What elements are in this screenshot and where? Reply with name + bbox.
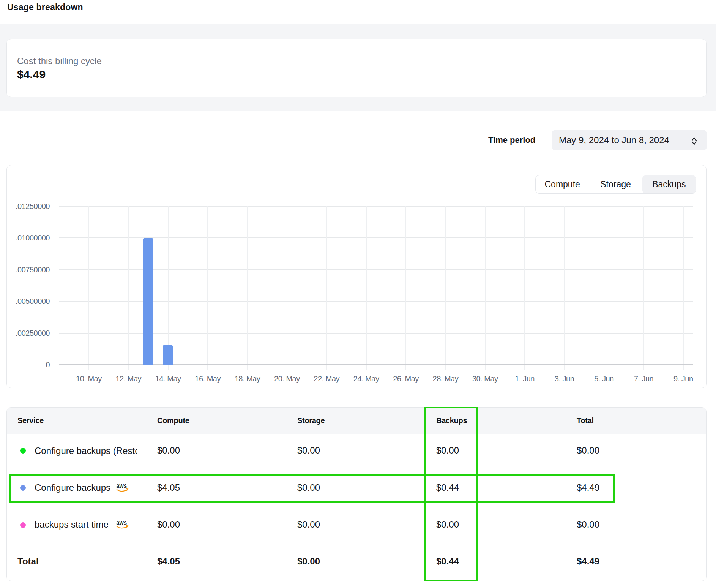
svg-text:.00750000: .00750000 bbox=[16, 266, 50, 274]
svg-text:0: 0 bbox=[46, 360, 50, 369]
svg-text:9. Jun: 9. Jun bbox=[673, 375, 693, 383]
svg-text:3. Jun: 3. Jun bbox=[555, 375, 574, 383]
svg-text:.00250000: .00250000 bbox=[16, 329, 50, 337]
svg-text:18. May: 18. May bbox=[235, 375, 260, 383]
svg-text:24. May: 24. May bbox=[353, 375, 379, 383]
svg-text:7. Jun: 7. Jun bbox=[634, 375, 653, 383]
svg-text:14. May: 14. May bbox=[155, 375, 181, 383]
svg-text:20. May: 20. May bbox=[274, 375, 300, 383]
svg-text:30. May: 30. May bbox=[472, 375, 498, 383]
svg-text:.00500000: .00500000 bbox=[16, 297, 50, 305]
svg-text:22. May: 22. May bbox=[314, 375, 339, 383]
svg-text:5. Jun: 5. Jun bbox=[594, 375, 613, 383]
svg-text:28. May: 28. May bbox=[433, 375, 459, 383]
svg-text:12. May: 12. May bbox=[115, 375, 141, 383]
svg-text:.01250000: .01250000 bbox=[16, 202, 50, 210]
svg-text:10. May: 10. May bbox=[76, 375, 102, 383]
svg-text:26. May: 26. May bbox=[393, 375, 419, 383]
svg-text:16. May: 16. May bbox=[195, 375, 221, 383]
svg-text:aws: aws bbox=[117, 521, 127, 526]
svg-text:1. Jun: 1. Jun bbox=[515, 375, 534, 383]
svg-text:.01000000: .01000000 bbox=[16, 234, 50, 242]
